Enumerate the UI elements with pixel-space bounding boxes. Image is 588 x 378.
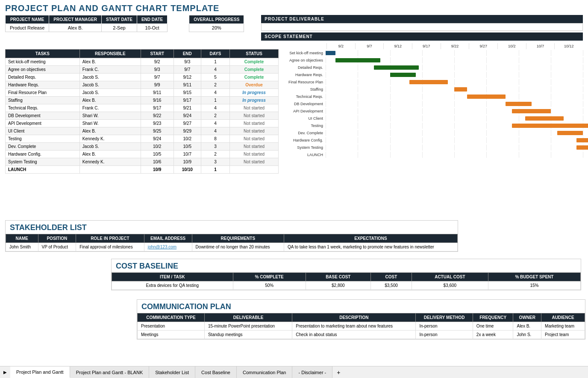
gantt-bar bbox=[576, 145, 588, 150]
stakeholder-table: NAMEPOSITIONROLE IN PROJECTEMAIL ADDRESS… bbox=[6, 234, 458, 251]
task-cell: 10/5 bbox=[141, 151, 173, 158]
gantt-bars-area bbox=[326, 101, 583, 107]
stakeholder-email-cell[interactable]: john@123.com bbox=[144, 243, 192, 251]
gantt-bar bbox=[576, 138, 588, 142]
scope-header: SCOPE STATEMENT bbox=[261, 32, 583, 41]
table-row: System TestingKennedy K.10/610/93Not sta… bbox=[6, 158, 279, 166]
content-area: PROJECT NAME PROJECT MANAGER START DATE … bbox=[0, 15, 588, 174]
table-row: Hardware Config.Alex B.10/510/72Not star… bbox=[6, 151, 279, 158]
comm-cell: 2x a week bbox=[473, 331, 513, 339]
end-date-value: 10-Oct bbox=[137, 24, 167, 32]
cost-title: COST BASELINE bbox=[112, 259, 581, 272]
gantt-row: LAUNCH bbox=[283, 151, 583, 158]
comm-col-header: FREQUENCY bbox=[473, 313, 513, 322]
gantt-row: System Testing bbox=[283, 144, 583, 151]
gantt-bar bbox=[326, 51, 335, 55]
cost-col-header: COST bbox=[370, 273, 412, 281]
table-row: API DevelopmentShari W.9/239/274Not star… bbox=[6, 120, 279, 127]
tab-1[interactable]: Project Plan and Gantt - BLANK bbox=[70, 366, 150, 378]
email-link[interactable]: john@123.com bbox=[148, 245, 176, 249]
tab-2[interactable]: Stakeholder List bbox=[149, 366, 195, 378]
task-cell: 9/24 bbox=[141, 135, 173, 143]
tab-add-button[interactable]: + bbox=[332, 366, 344, 378]
cost-col-header: ACTUAL COST bbox=[412, 273, 488, 281]
tab-3[interactable]: Cost Baseline bbox=[195, 366, 237, 378]
stakeholder-cell: QA to take less than 1 week, marketing t… bbox=[284, 243, 458, 251]
task-cell: Final Resource Plan bbox=[6, 89, 80, 97]
stakeholder-col-header: POSITION bbox=[38, 234, 76, 243]
gantt-bars-area bbox=[326, 108, 583, 114]
gantt-bar bbox=[506, 102, 531, 106]
comm-cell: Alex B. bbox=[513, 322, 541, 331]
gantt-bars-area bbox=[326, 152, 583, 158]
task-cell: 1 bbox=[201, 58, 229, 66]
status-cell: Not started bbox=[230, 135, 279, 143]
task-cell: 5 bbox=[201, 74, 229, 81]
tasks-section: TASKSRESPONSIBLESTARTENDDAYSSTATUS Set k… bbox=[5, 43, 279, 174]
gantt-date-label: 10/12 bbox=[554, 43, 583, 49]
task-cell: 9/24 bbox=[173, 112, 201, 120]
task-cell: Frank C. bbox=[79, 104, 141, 112]
gantt-row: Detailed Reqs. bbox=[283, 64, 583, 71]
gantt-row: API Development bbox=[283, 107, 583, 115]
gantt-bars-area bbox=[326, 130, 583, 136]
task-cell: Dev. Complete bbox=[6, 143, 80, 151]
task-cell: 10/9 bbox=[173, 158, 201, 166]
comm-cell: Meetings bbox=[138, 331, 205, 339]
gantt-bar bbox=[525, 116, 564, 121]
stakeholder-col-header: EMAIL ADDRESS bbox=[144, 234, 192, 243]
col-project-manager: PROJECT MANAGER bbox=[49, 15, 102, 24]
status-cell: Not started bbox=[230, 158, 279, 166]
gantt-bars-area bbox=[326, 137, 583, 143]
status-cell bbox=[230, 166, 279, 174]
tab-4[interactable]: Communication Plan bbox=[237, 366, 293, 378]
task-cell: 9/3 bbox=[141, 66, 173, 74]
task-cell: Shari W. bbox=[79, 120, 141, 127]
task-cell: 1 bbox=[201, 166, 229, 174]
gantt-section: 9/29/79/129/179/229/2710/210/710/12Set k… bbox=[283, 43, 583, 174]
task-cell: Technical Reqs. bbox=[6, 104, 80, 112]
table-row: Dev. CompleteJacob S.10/210/53Not starte… bbox=[6, 143, 279, 151]
comm-cell: In-person bbox=[416, 331, 473, 339]
gantt-bar bbox=[374, 65, 419, 70]
task-cell: 10/9 bbox=[141, 166, 173, 174]
task-cell: Jacob S. bbox=[79, 81, 141, 89]
stakeholder-cell: John Smith bbox=[6, 243, 38, 251]
col-end-date: END DATE bbox=[137, 15, 167, 24]
gantt-bar bbox=[467, 94, 506, 99]
stakeholder-cell: VP of Product bbox=[38, 243, 76, 251]
comm-col-header: AUDIENCE bbox=[541, 313, 585, 322]
tab-5[interactable]: - Disclaimer - bbox=[292, 366, 332, 378]
task-cell: UI Client bbox=[6, 127, 80, 135]
comm-cell: Project team bbox=[541, 331, 585, 339]
stakeholder-col-header: NAME bbox=[6, 234, 38, 243]
gantt-bar bbox=[454, 87, 467, 92]
table-row: Agree on objectivesFrank C.9/39/74Comple… bbox=[6, 66, 279, 74]
stakeholder-card: STAKEHOLDER LIST NAMEPOSITIONROLE IN PRO… bbox=[5, 220, 458, 252]
gantt-bars-area bbox=[326, 86, 583, 92]
tab-bar: ▶ Project Plan and GanttProject Plan and… bbox=[0, 366, 588, 378]
status-cell: Not started bbox=[230, 112, 279, 120]
project-name-value: Product Release bbox=[6, 24, 49, 32]
task-cell: 9/25 bbox=[141, 127, 173, 135]
gantt-bar bbox=[512, 109, 550, 113]
task-cell: 3 bbox=[201, 143, 229, 151]
comm-cell: Presentation to marketing team about new… bbox=[292, 322, 416, 331]
gantt-row-label: Detailed Reqs. bbox=[283, 65, 326, 70]
cost-cell: $2,800 bbox=[306, 281, 370, 290]
status-cell: Not started bbox=[230, 104, 279, 112]
table-row: TestingKennedy K.9/2410/28Not started bbox=[6, 135, 279, 143]
tab-0[interactable]: Project Plan and Gantt bbox=[10, 366, 70, 378]
task-cell: Kennedy K. bbox=[79, 158, 141, 166]
comm-cell: Check in about status bbox=[292, 331, 416, 339]
table-row: UI ClientAlex B.9/259/294Not started bbox=[6, 127, 279, 135]
comm-card: COMMUNICATION PLAN COMMUNICATION TYPEDEL… bbox=[137, 299, 585, 340]
comm-cell: In-person bbox=[416, 322, 473, 331]
table-row: LAUNCH10/910/101 bbox=[6, 166, 279, 174]
gantt-row-label: Hardware Reqs. bbox=[283, 73, 326, 77]
status-cell: Complete bbox=[230, 74, 279, 81]
task-cell: 1 bbox=[201, 97, 229, 104]
tab-scroll-left[interactable]: ▶ bbox=[0, 366, 10, 378]
cost-cell: 50% bbox=[233, 281, 306, 290]
gantt-date-label: 9/7 bbox=[355, 43, 384, 49]
